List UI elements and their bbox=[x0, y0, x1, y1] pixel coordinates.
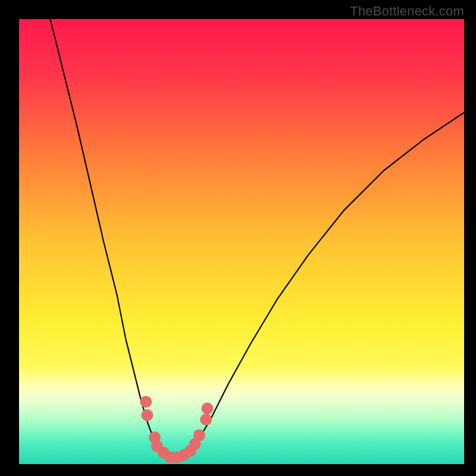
data-marker bbox=[200, 414, 212, 425]
bottleneck-curve bbox=[50, 19, 464, 460]
data-marker bbox=[201, 403, 213, 415]
data-marker bbox=[140, 396, 152, 408]
data-marker bbox=[193, 429, 205, 441]
curve-overlay bbox=[19, 19, 464, 464]
data-markers bbox=[140, 396, 213, 464]
chart-container: TheBottleneck.com bbox=[0, 0, 476, 476]
data-marker bbox=[141, 409, 153, 421]
watermark-text: TheBottleneck.com bbox=[350, 4, 464, 19]
plot-area bbox=[19, 19, 464, 464]
